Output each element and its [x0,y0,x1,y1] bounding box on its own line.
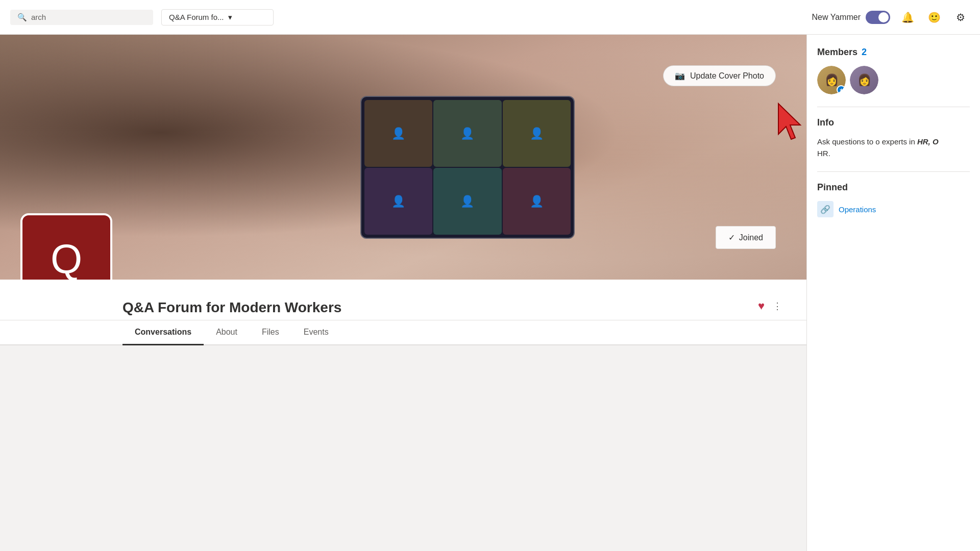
member-avatar-2[interactable]: 👩 [850,66,878,94]
new-yammer-label: New Yammer [812,13,861,22]
members-row: 👩 ★ 👩 [817,66,970,94]
settings-gear-icon[interactable]: ⚙ [951,8,970,27]
search-input-text: arch [31,13,46,21]
tab-about[interactable]: About [204,320,250,345]
notifications-bell-icon[interactable]: 🔔 [898,8,917,27]
joined-label: Joined [739,233,763,242]
group-title: Q&A Forum for Modern Workers [122,299,748,320]
checkmark-icon: ✓ [728,233,735,242]
update-cover-photo-button[interactable]: 📷 Update Cover Photo [663,65,776,86]
header: 🔍 arch Q&A Forum fo... ▾ New Yammer 🔔 🙂 … [0,0,980,35]
more-options-icon[interactable]: ⋮ [769,298,786,314]
member-avatar-1[interactable]: 👩 ★ [817,66,846,94]
tab-events[interactable]: Events [291,320,341,345]
info-title: Info [817,117,970,128]
video-cell-2: 👤 [433,100,501,167]
group-info-section: Q&A Forum for Modern Workers ♥ ⋮ [0,280,806,320]
search-icon: 🔍 [17,13,27,22]
info-section: Info Ask questions to o experts in HR, O… [817,117,970,159]
pinned-section: Pinned 🔗 Operations [817,182,970,217]
like-heart-icon[interactable]: ♥ [758,299,765,313]
group-actions: ♥ ⋮ [758,298,786,320]
video-cell-1: 👤 [364,100,432,167]
center-content: 👤 👤 👤 👤 👤 👤 Q 📷 Update Cover Photo [0,35,806,551]
cover-area: 👤 👤 👤 👤 👤 👤 Q 📷 Update Cover Photo [0,35,806,280]
info-text: Ask questions to o experts in HR, OHR. [817,136,970,159]
new-yammer-toggle[interactable] [866,11,890,24]
group-avatar: Q [20,213,112,280]
emoji-icon[interactable]: 🙂 [925,8,943,27]
pinned-item-label: Operations [839,205,876,214]
divider-1 [817,107,970,107]
pinned-item-operations[interactable]: 🔗 Operations [817,201,970,217]
dropdown-label: Q&A Forum fo... [169,13,224,21]
video-screen-decoration: 👤 👤 👤 👤 👤 👤 [360,96,575,239]
svg-marker-0 [778,104,800,139]
update-cover-label: Update Cover Photo [690,71,764,81]
tab-files[interactable]: Files [250,320,291,345]
tab-conversations[interactable]: Conversations [122,320,204,345]
video-cell-4: 👤 [364,168,432,235]
member-count-badge: 2 [862,47,867,58]
video-cell-6: 👤 [503,168,571,235]
camera-icon: 📷 [675,71,685,81]
members-title: Members 2 [817,47,970,58]
new-yammer-toggle-area: New Yammer [812,11,890,24]
mouse-cursor-arrow [776,101,806,142]
divider-2 [817,171,970,172]
nav-tabs: Conversations About Files Events [0,320,806,345]
pinned-item-icon: 🔗 [817,201,834,217]
pinned-title: Pinned [817,182,970,193]
group-avatar-letter: Q [51,236,82,280]
video-cell-3: 👤 [503,100,571,167]
admin-star-icon: ★ [837,85,846,94]
chevron-down-icon: ▾ [228,13,232,22]
avatar-image-2: 👩 [850,66,878,94]
video-cell-5: 👤 [433,168,501,235]
context-dropdown[interactable]: Q&A Forum fo... ▾ [161,9,274,26]
search-bar[interactable]: 🔍 arch [10,10,153,25]
right-sidebar: Members 2 👩 ★ 👩 Info Ask questions to o … [806,35,980,551]
members-section: Members 2 👩 ★ 👩 [817,47,970,94]
main-layout: 👤 👤 👤 👤 👤 👤 Q 📷 Update Cover Photo [0,35,980,551]
joined-button[interactable]: ✓ Joined [716,226,776,249]
